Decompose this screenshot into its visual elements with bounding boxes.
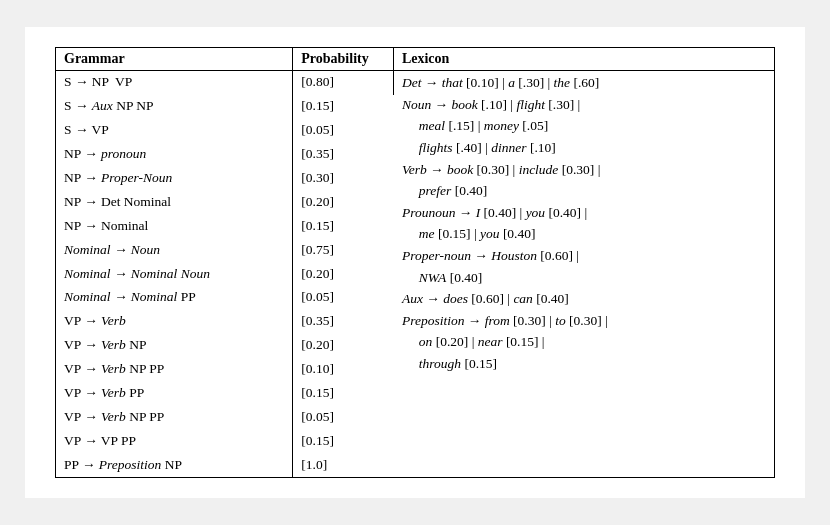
- grammar-cell: S → Aux NP NP: [56, 95, 293, 119]
- grammar-cell: NP → Det Nominal: [56, 190, 293, 214]
- grammar-cell: Nominal → Noun: [56, 238, 293, 262]
- grammar-cell: S → VP: [56, 119, 293, 143]
- lexicon-header: Lexicon: [393, 47, 774, 70]
- prob-cell: [0.15]: [293, 214, 394, 238]
- prob-cell: [0.30]: [293, 166, 394, 190]
- prob-cell: [0.15]: [293, 382, 394, 406]
- grammar-lexicon-table: Grammar Probability Lexicon S → NP VP [0…: [55, 47, 775, 479]
- table-row: S → NP VP [0.80] Det → that [0.10] | a […: [56, 70, 775, 94]
- prob-cell: [0.05]: [293, 119, 394, 143]
- prob-cell: [0.35]: [293, 142, 394, 166]
- prob-cell: [1.0]: [293, 453, 394, 477]
- grammar-cell: PP → Preposition NP: [56, 453, 293, 477]
- grammar-cell: VP → Verb: [56, 310, 293, 334]
- grammar-cell: VP → Verb NP PP: [56, 358, 293, 382]
- prob-cell: [0.05]: [293, 286, 394, 310]
- prob-cell: [0.20]: [293, 190, 394, 214]
- grammar-cell: VP → Verb PP: [56, 382, 293, 406]
- probability-header: Probability: [293, 47, 394, 70]
- prob-cell: [0.20]: [293, 262, 394, 286]
- prob-cell: [0.15]: [293, 429, 394, 453]
- prob-cell: [0.75]: [293, 238, 394, 262]
- grammar-header: Grammar: [56, 47, 293, 70]
- prob-cell: [0.05]: [293, 406, 394, 430]
- grammar-cell: S → NP VP: [56, 70, 293, 94]
- grammar-cell: VP → Verb NP: [56, 334, 293, 358]
- prob-cell: [0.80]: [293, 70, 394, 94]
- main-container: Grammar Probability Lexicon S → NP VP [0…: [25, 27, 805, 499]
- grammar-cell: VP → VP PP: [56, 429, 293, 453]
- prob-cell: [0.10]: [293, 358, 394, 382]
- grammar-cell: Nominal → Nominal PP: [56, 286, 293, 310]
- grammar-cell: NP → pronoun: [56, 142, 293, 166]
- prob-cell: [0.15]: [293, 95, 394, 119]
- lexicon-cell: Det → that [0.10] | a [.30] | the [.60] …: [393, 70, 774, 478]
- prob-cell: [0.35]: [293, 310, 394, 334]
- grammar-cell: Nominal → Nominal Noun: [56, 262, 293, 286]
- grammar-cell: VP → Verb NP PP: [56, 406, 293, 430]
- grammar-cell: NP → Proper-Noun: [56, 166, 293, 190]
- grammar-cell: NP → Nominal: [56, 214, 293, 238]
- prob-cell: [0.20]: [293, 334, 394, 358]
